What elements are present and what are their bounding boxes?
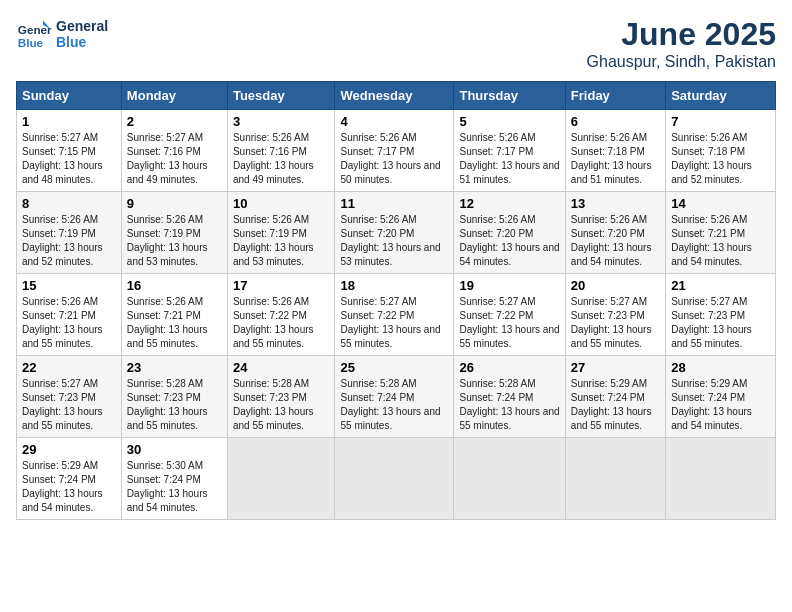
day-info: Sunrise: 5:26 AMSunset: 7:20 PMDaylight:… (571, 214, 652, 267)
day-number: 15 (22, 278, 116, 293)
day-number: 13 (571, 196, 660, 211)
day-number: 8 (22, 196, 116, 211)
day-info: Sunrise: 5:29 AMSunset: 7:24 PMDaylight:… (22, 460, 103, 513)
day-number: 14 (671, 196, 770, 211)
calendar-cell: 23 Sunrise: 5:28 AMSunset: 7:23 PMDaylig… (121, 356, 227, 438)
col-saturday: Saturday (666, 82, 776, 110)
day-number: 27 (571, 360, 660, 375)
title-area: June 2025 Ghauspur, Sindh, Pakistan (587, 16, 776, 71)
day-number: 24 (233, 360, 330, 375)
day-info: Sunrise: 5:28 AMSunset: 7:24 PMDaylight:… (340, 378, 440, 431)
col-wednesday: Wednesday (335, 82, 454, 110)
calendar-cell: 29 Sunrise: 5:29 AMSunset: 7:24 PMDaylig… (17, 438, 122, 520)
calendar-cell: 2 Sunrise: 5:27 AMSunset: 7:16 PMDayligh… (121, 110, 227, 192)
calendar-cell: 13 Sunrise: 5:26 AMSunset: 7:20 PMDaylig… (565, 192, 665, 274)
calendar-cell: 17 Sunrise: 5:26 AMSunset: 7:22 PMDaylig… (227, 274, 335, 356)
calendar-cell: 22 Sunrise: 5:27 AMSunset: 7:23 PMDaylig… (17, 356, 122, 438)
day-info: Sunrise: 5:28 AMSunset: 7:23 PMDaylight:… (233, 378, 314, 431)
day-info: Sunrise: 5:28 AMSunset: 7:23 PMDaylight:… (127, 378, 208, 431)
day-number: 19 (459, 278, 559, 293)
calendar-cell: 28 Sunrise: 5:29 AMSunset: 7:24 PMDaylig… (666, 356, 776, 438)
calendar-cell: 8 Sunrise: 5:26 AMSunset: 7:19 PMDayligh… (17, 192, 122, 274)
day-number: 4 (340, 114, 448, 129)
day-info: Sunrise: 5:27 AMSunset: 7:23 PMDaylight:… (671, 296, 752, 349)
day-info: Sunrise: 5:26 AMSunset: 7:17 PMDaylight:… (459, 132, 559, 185)
calendar-cell: 3 Sunrise: 5:26 AMSunset: 7:16 PMDayligh… (227, 110, 335, 192)
day-number: 23 (127, 360, 222, 375)
day-info: Sunrise: 5:26 AMSunset: 7:21 PMDaylight:… (671, 214, 752, 267)
day-number: 25 (340, 360, 448, 375)
day-number: 9 (127, 196, 222, 211)
calendar-row: 15 Sunrise: 5:26 AMSunset: 7:21 PMDaylig… (17, 274, 776, 356)
day-info: Sunrise: 5:26 AMSunset: 7:19 PMDaylight:… (22, 214, 103, 267)
calendar-cell: 25 Sunrise: 5:28 AMSunset: 7:24 PMDaylig… (335, 356, 454, 438)
day-info: Sunrise: 5:26 AMSunset: 7:21 PMDaylight:… (22, 296, 103, 349)
day-number: 11 (340, 196, 448, 211)
logo-general: General (56, 18, 108, 34)
page-header: General Blue General Blue June 2025 Ghau… (16, 16, 776, 71)
day-number: 30 (127, 442, 222, 457)
col-friday: Friday (565, 82, 665, 110)
calendar-header: Sunday Monday Tuesday Wednesday Thursday… (17, 82, 776, 110)
day-number: 22 (22, 360, 116, 375)
calendar-cell: 15 Sunrise: 5:26 AMSunset: 7:21 PMDaylig… (17, 274, 122, 356)
day-info: Sunrise: 5:29 AMSunset: 7:24 PMDaylight:… (571, 378, 652, 431)
day-number: 16 (127, 278, 222, 293)
calendar-cell: 14 Sunrise: 5:26 AMSunset: 7:21 PMDaylig… (666, 192, 776, 274)
calendar-cell: 9 Sunrise: 5:26 AMSunset: 7:19 PMDayligh… (121, 192, 227, 274)
day-info: Sunrise: 5:28 AMSunset: 7:24 PMDaylight:… (459, 378, 559, 431)
day-number: 20 (571, 278, 660, 293)
header-row: Sunday Monday Tuesday Wednesday Thursday… (17, 82, 776, 110)
logo: General Blue General Blue (16, 16, 108, 52)
calendar-cell: 4 Sunrise: 5:26 AMSunset: 7:17 PMDayligh… (335, 110, 454, 192)
calendar-cell: 27 Sunrise: 5:29 AMSunset: 7:24 PMDaylig… (565, 356, 665, 438)
calendar-cell: 26 Sunrise: 5:28 AMSunset: 7:24 PMDaylig… (454, 356, 565, 438)
calendar-row: 29 Sunrise: 5:29 AMSunset: 7:24 PMDaylig… (17, 438, 776, 520)
day-number: 7 (671, 114, 770, 129)
day-number: 10 (233, 196, 330, 211)
calendar-cell: 16 Sunrise: 5:26 AMSunset: 7:21 PMDaylig… (121, 274, 227, 356)
day-info: Sunrise: 5:26 AMSunset: 7:21 PMDaylight:… (127, 296, 208, 349)
col-monday: Monday (121, 82, 227, 110)
col-sunday: Sunday (17, 82, 122, 110)
calendar-cell: 21 Sunrise: 5:27 AMSunset: 7:23 PMDaylig… (666, 274, 776, 356)
day-info: Sunrise: 5:27 AMSunset: 7:15 PMDaylight:… (22, 132, 103, 185)
day-number: 5 (459, 114, 559, 129)
day-info: Sunrise: 5:27 AMSunset: 7:22 PMDaylight:… (459, 296, 559, 349)
calendar-cell (666, 438, 776, 520)
day-info: Sunrise: 5:26 AMSunset: 7:18 PMDaylight:… (671, 132, 752, 185)
location-title: Ghauspur, Sindh, Pakistan (587, 53, 776, 71)
day-info: Sunrise: 5:26 AMSunset: 7:20 PMDaylight:… (459, 214, 559, 267)
day-number: 29 (22, 442, 116, 457)
calendar-cell: 1 Sunrise: 5:27 AMSunset: 7:15 PMDayligh… (17, 110, 122, 192)
calendar-body: 1 Sunrise: 5:27 AMSunset: 7:15 PMDayligh… (17, 110, 776, 520)
calendar-cell: 20 Sunrise: 5:27 AMSunset: 7:23 PMDaylig… (565, 274, 665, 356)
calendar-cell: 6 Sunrise: 5:26 AMSunset: 7:18 PMDayligh… (565, 110, 665, 192)
day-info: Sunrise: 5:26 AMSunset: 7:17 PMDaylight:… (340, 132, 440, 185)
day-info: Sunrise: 5:27 AMSunset: 7:22 PMDaylight:… (340, 296, 440, 349)
day-info: Sunrise: 5:30 AMSunset: 7:24 PMDaylight:… (127, 460, 208, 513)
day-number: 28 (671, 360, 770, 375)
calendar-cell: 11 Sunrise: 5:26 AMSunset: 7:20 PMDaylig… (335, 192, 454, 274)
logo-icon: General Blue (16, 16, 52, 52)
day-info: Sunrise: 5:26 AMSunset: 7:18 PMDaylight:… (571, 132, 652, 185)
day-number: 6 (571, 114, 660, 129)
calendar-cell: 5 Sunrise: 5:26 AMSunset: 7:17 PMDayligh… (454, 110, 565, 192)
calendar-cell (565, 438, 665, 520)
day-info: Sunrise: 5:26 AMSunset: 7:20 PMDaylight:… (340, 214, 440, 267)
day-info: Sunrise: 5:29 AMSunset: 7:24 PMDaylight:… (671, 378, 752, 431)
day-info: Sunrise: 5:26 AMSunset: 7:22 PMDaylight:… (233, 296, 314, 349)
day-number: 17 (233, 278, 330, 293)
day-number: 26 (459, 360, 559, 375)
calendar-row: 8 Sunrise: 5:26 AMSunset: 7:19 PMDayligh… (17, 192, 776, 274)
calendar-row: 22 Sunrise: 5:27 AMSunset: 7:23 PMDaylig… (17, 356, 776, 438)
calendar-cell: 12 Sunrise: 5:26 AMSunset: 7:20 PMDaylig… (454, 192, 565, 274)
logo-blue: Blue (56, 34, 108, 50)
calendar-table: Sunday Monday Tuesday Wednesday Thursday… (16, 81, 776, 520)
day-number: 3 (233, 114, 330, 129)
col-thursday: Thursday (454, 82, 565, 110)
day-info: Sunrise: 5:27 AMSunset: 7:23 PMDaylight:… (22, 378, 103, 431)
svg-text:Blue: Blue (18, 36, 44, 49)
calendar-cell (454, 438, 565, 520)
day-info: Sunrise: 5:26 AMSunset: 7:19 PMDaylight:… (127, 214, 208, 267)
